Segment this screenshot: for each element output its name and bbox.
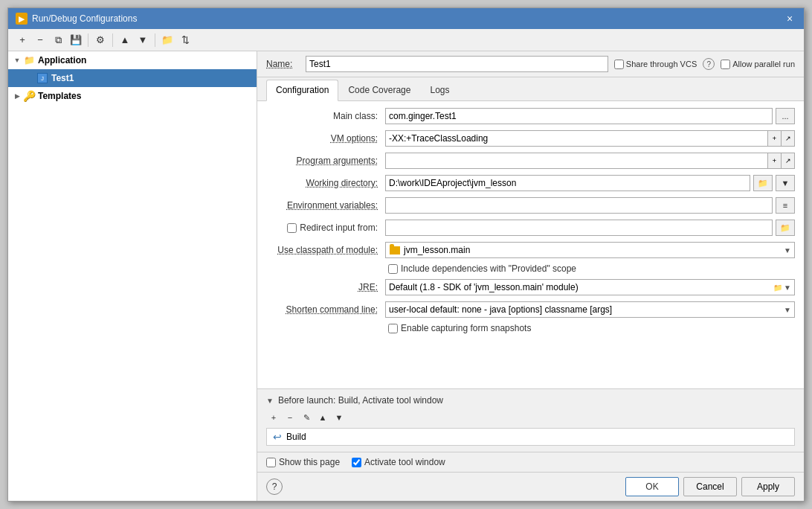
program-args-value: + ↗ <box>385 153 795 169</box>
working-dir-label: Working directory: <box>266 178 385 188</box>
dialog-title: Run/Debug Configurations <box>32 13 137 24</box>
allow-parallel-checkbox[interactable] <box>721 60 730 69</box>
before-launch-down-button[interactable]: ▼ <box>332 410 347 425</box>
program-args-input[interactable] <box>386 153 767 168</box>
share-vcs-label[interactable]: Share through VCS <box>614 60 697 69</box>
jre-browse-icon: 📁 <box>773 284 782 292</box>
tab-code-coverage[interactable]: Code Coverage <box>338 80 420 100</box>
close-button[interactable]: × <box>783 12 796 25</box>
program-args-label: Program arguments: <box>266 156 385 166</box>
copy-config-button[interactable]: ⧉ <box>50 32 66 48</box>
before-launch-add-button[interactable]: + <box>266 410 281 425</box>
tree-node-application[interactable]: ▼ 📁 Application <box>8 51 257 69</box>
before-launch-edit-button[interactable]: ✎ <box>299 410 314 425</box>
working-dir-row: Working directory: 📁 ▼ <box>266 174 795 192</box>
folder-button[interactable]: 📁 <box>159 32 175 48</box>
build-arrow-icon: ↩ <box>273 431 282 443</box>
redirect-input-check-wrapper: Redirect input from: <box>266 223 385 233</box>
include-deps-label[interactable]: Include dependencies with "Provided" sco… <box>401 263 576 274</box>
dialog-icon: ▶ <box>16 13 28 25</box>
toolbar-separator-1 <box>88 33 88 47</box>
show-page-label[interactable]: Show this page <box>266 457 340 467</box>
main-class-input[interactable] <box>385 108 773 124</box>
classpath-label: Use classpath of module: <box>266 245 385 255</box>
before-launch-remove-button[interactable]: − <box>283 410 297 425</box>
move-down-button[interactable]: ▼ <box>135 32 151 48</box>
before-launch-section: ▼ Before launch: Build, Activate tool wi… <box>257 388 804 452</box>
jre-dropdown-arrow: ▼ <box>784 284 791 292</box>
build-list-item[interactable]: ↩ Build <box>266 428 795 446</box>
share-help-icon[interactable]: ? <box>703 58 715 70</box>
settings-button[interactable]: ⚙ <box>92 32 109 48</box>
vm-input-wrapper: + ↗ <box>385 130 795 147</box>
title-bar-left: ▶ Run/Debug Configurations <box>16 13 137 25</box>
env-vars-label: Environment variables: <box>266 200 385 211</box>
include-deps-checkbox[interactable] <box>388 264 398 274</box>
help-button[interactable]: ? <box>266 478 283 495</box>
working-dir-browse-button[interactable]: 📁 <box>753 175 773 191</box>
env-vars-value: ≡ <box>385 197 795 214</box>
working-dir-value: 📁 ▼ <box>385 175 795 191</box>
sort-button[interactable]: ⇅ <box>177 32 193 48</box>
working-dir-input[interactable] <box>385 175 750 191</box>
name-input[interactable] <box>306 56 608 72</box>
activate-window-checkbox[interactable] <box>352 458 361 467</box>
tree-node-templates[interactable]: ▶ 🔑 Templates <box>8 87 257 105</box>
before-launch-label: Before launch: Build, Activate tool wind… <box>278 395 443 406</box>
redirect-input-value: 📁 <box>385 220 795 236</box>
env-vars-edit-button[interactable]: ≡ <box>776 197 795 214</box>
application-folder-icon: 📁 <box>23 54 35 66</box>
shorten-cmd-dropdown[interactable]: user-local default: none - java [options… <box>385 301 795 318</box>
jre-dropdown[interactable]: Default (1.8 - SDK of 'jvm_lesson.main' … <box>385 279 795 295</box>
tabs-bar: Configuration Code Coverage Logs <box>257 77 804 101</box>
env-vars-input[interactable] <box>385 197 773 214</box>
show-page-checkbox[interactable] <box>266 458 276 467</box>
env-vars-row: Environment variables: ≡ <box>266 196 795 214</box>
redirect-input-field[interactable] <box>385 220 773 236</box>
build-item-label: Build <box>286 432 306 442</box>
tab-configuration[interactable]: Configuration <box>266 80 338 101</box>
before-launch-up-button[interactable]: ▲ <box>315 410 330 425</box>
classpath-dropdown[interactable]: jvm_lesson.main ▼ <box>385 242 795 258</box>
save-config-button[interactable]: 💾 <box>68 32 84 48</box>
main-class-row: Main class: ... <box>266 107 795 125</box>
remove-config-button[interactable]: − <box>32 32 48 48</box>
classpath-value: jvm_lesson.main ▼ <box>385 242 795 258</box>
classpath-dropdown-arrow: ▼ <box>784 246 791 254</box>
program-args-expand-icon[interactable]: + <box>767 153 781 168</box>
bottom-options: Show this page Activate tool window <box>257 452 804 472</box>
left-panel: ▼ 📁 Application J Test1 ▶ 🔑 Templates <box>8 51 257 501</box>
share-vcs-checkbox[interactable] <box>614 60 624 69</box>
vm-options-expand-icon[interactable]: + <box>767 131 781 146</box>
templates-label: Templates <box>38 91 81 101</box>
vm-options-input[interactable] <box>386 131 767 146</box>
vm-options-label: VM options: <box>266 133 385 144</box>
tab-logs[interactable]: Logs <box>420 80 459 100</box>
jre-row: JRE: Default (1.8 - SDK of 'jvm_lesson.m… <box>266 278 795 296</box>
tree-arrow-application: ▼ <box>13 56 22 65</box>
program-args-collapse-icon[interactable]: ↗ <box>781 153 794 168</box>
tree-node-test1[interactable]: J Test1 <box>8 69 257 87</box>
snapshots-checkbox[interactable] <box>388 324 398 333</box>
before-launch-collapse-arrow[interactable]: ▼ <box>266 397 274 405</box>
ok-button[interactable]: OK <box>625 477 679 496</box>
activate-window-label[interactable]: Activate tool window <box>352 457 445 467</box>
working-dir-dropdown-button[interactable]: ▼ <box>776 175 795 191</box>
vm-options-collapse-icon[interactable]: ↗ <box>781 131 794 146</box>
cancel-button[interactable]: Cancel <box>683 477 737 496</box>
snapshots-label[interactable]: Enable capturing form snapshots <box>401 323 531 333</box>
main-class-browse-button[interactable]: ... <box>776 108 795 124</box>
shorten-cmd-dropdown-value: user-local default: none - java [options… <box>389 304 612 315</box>
add-config-button[interactable]: + <box>14 32 30 48</box>
right-panel: Name: Share through VCS ? Allow parallel… <box>257 51 804 501</box>
redirect-input-checkbox[interactable] <box>287 223 297 233</box>
shorten-cmd-row: Shorten command line: user-local default… <box>266 301 795 318</box>
run-debug-dialog: ▶ Run/Debug Configurations × + − ⧉ 💾 ⚙ ▲… <box>7 7 805 502</box>
allow-parallel-label[interactable]: Allow parallel run <box>721 60 795 69</box>
classpath-module-value: jvm_lesson.main <box>404 245 470 255</box>
test1-label: Test1 <box>51 73 74 83</box>
apply-button[interactable]: Apply <box>741 477 795 496</box>
jre-value: Default (1.8 - SDK of 'jvm_lesson.main' … <box>385 279 795 295</box>
redirect-input-browse-button[interactable]: 📁 <box>776 220 795 236</box>
move-up-button[interactable]: ▲ <box>117 32 133 48</box>
